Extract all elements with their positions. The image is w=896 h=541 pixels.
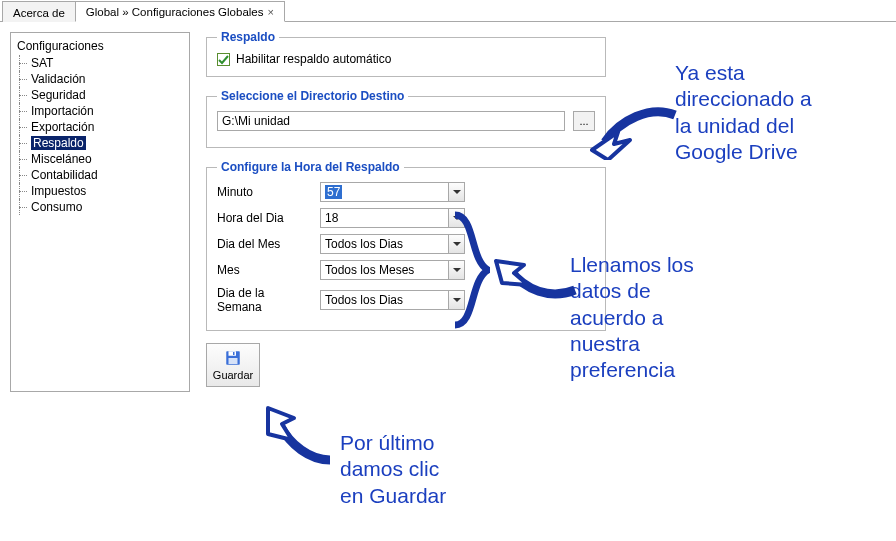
schedule-combo[interactable]: 57 (320, 182, 465, 202)
group-legend: Seleccione el Directorio Destino (217, 89, 408, 103)
group-legend: Respaldo (217, 30, 279, 44)
annotation-text: Ya esta direccionado a la unidad del Goo… (675, 60, 885, 165)
sidebar: Configuraciones SATValidaciónSeguridadIm… (10, 32, 190, 392)
schedule-combo[interactable]: Todos los Meses (320, 260, 465, 280)
schedule-label: Minuto (217, 185, 312, 199)
schedule-row: Dia del MesTodos los Dias (217, 234, 595, 254)
tree-root[interactable]: Configuraciones (13, 37, 187, 55)
checkbox-habilitar-respaldo[interactable] (217, 53, 230, 66)
save-button-label: Guardar (213, 369, 253, 381)
sidebar-item-label: Contabilidad (31, 168, 98, 182)
schedule-row: Hora del Dia18 (217, 208, 595, 228)
schedule-label: Dia de la Semana (217, 286, 312, 314)
sidebar-item-seguridad[interactable]: Seguridad (13, 87, 187, 103)
svg-rect-2 (229, 358, 238, 364)
combo-value: Todos los Dias (325, 293, 403, 307)
sidebar-item-misceláneo[interactable]: Misceláneo (13, 151, 187, 167)
combo-value: Todos los Dias (325, 237, 403, 251)
svg-rect-3 (233, 352, 235, 355)
group-hora-respaldo: Configure la Hora del Respaldo Minuto57H… (206, 160, 606, 331)
annotation-text: Llenamos los datos de acuerdo a nuestra … (570, 252, 790, 383)
combo-value: 18 (325, 211, 338, 225)
tab-label: Acerca de (13, 7, 65, 19)
schedule-label: Mes (217, 263, 312, 277)
sidebar-item-label: Importación (31, 104, 94, 118)
tab-label: Global » Configuraciones Globales (86, 6, 264, 18)
sidebar-item-contabilidad[interactable]: Contabilidad (13, 167, 187, 183)
schedule-label: Hora del Dia (217, 211, 312, 225)
chevron-down-icon[interactable] (448, 183, 464, 201)
checkbox-label: Habilitar respaldo automático (236, 52, 391, 66)
dest-path-input[interactable] (217, 111, 565, 131)
group-legend: Configure la Hora del Respaldo (217, 160, 404, 174)
sidebar-item-sat[interactable]: SAT (13, 55, 187, 71)
sidebar-item-label: Consumo (31, 200, 82, 214)
save-button[interactable]: Guardar (206, 343, 260, 387)
tab-bar: Acerca de Global » Configuraciones Globa… (0, 0, 896, 22)
sidebar-item-importación[interactable]: Importación (13, 103, 187, 119)
sidebar-item-consumo[interactable]: Consumo (13, 199, 187, 215)
group-destino: Seleccione el Directorio Destino ... (206, 89, 606, 148)
save-icon (224, 349, 242, 367)
arrow-icon (590, 100, 680, 160)
annotation-text: Por último damos clic en Guardar (340, 430, 560, 509)
sidebar-item-label: Respaldo (31, 136, 86, 150)
brace-icon (450, 210, 490, 330)
svg-rect-1 (229, 351, 237, 356)
arrow-icon (490, 255, 580, 305)
schedule-label: Dia del Mes (217, 237, 312, 251)
check-icon (218, 54, 229, 65)
arrow-icon (260, 400, 340, 470)
sidebar-item-label: Validación (31, 72, 85, 86)
tab-config-globales[interactable]: Global » Configuraciones Globales × (75, 1, 285, 22)
sidebar-item-label: Exportación (31, 120, 94, 134)
combo-value: Todos los Meses (325, 263, 414, 277)
sidebar-item-impuestos[interactable]: Impuestos (13, 183, 187, 199)
sidebar-item-respaldo[interactable]: Respaldo (13, 135, 187, 151)
tab-acerca-de[interactable]: Acerca de (2, 1, 76, 22)
combo-value: 57 (325, 185, 342, 199)
schedule-combo[interactable]: Todos los Dias (320, 234, 465, 254)
sidebar-item-validación[interactable]: Validación (13, 71, 187, 87)
sidebar-item-label: Impuestos (31, 184, 86, 198)
sidebar-item-label: Seguridad (31, 88, 86, 102)
content-pane: Respaldo Habilitar respaldo automático S… (196, 22, 616, 402)
schedule-combo[interactable]: Todos los Dias (320, 290, 465, 310)
sidebar-item-exportación[interactable]: Exportación (13, 119, 187, 135)
group-respaldo: Respaldo Habilitar respaldo automático (206, 30, 606, 77)
schedule-combo[interactable]: 18 (320, 208, 465, 228)
schedule-row: Minuto57 (217, 182, 595, 202)
sidebar-item-label: Misceláneo (31, 152, 92, 166)
sidebar-item-label: SAT (31, 56, 53, 70)
close-icon[interactable]: × (268, 6, 274, 18)
